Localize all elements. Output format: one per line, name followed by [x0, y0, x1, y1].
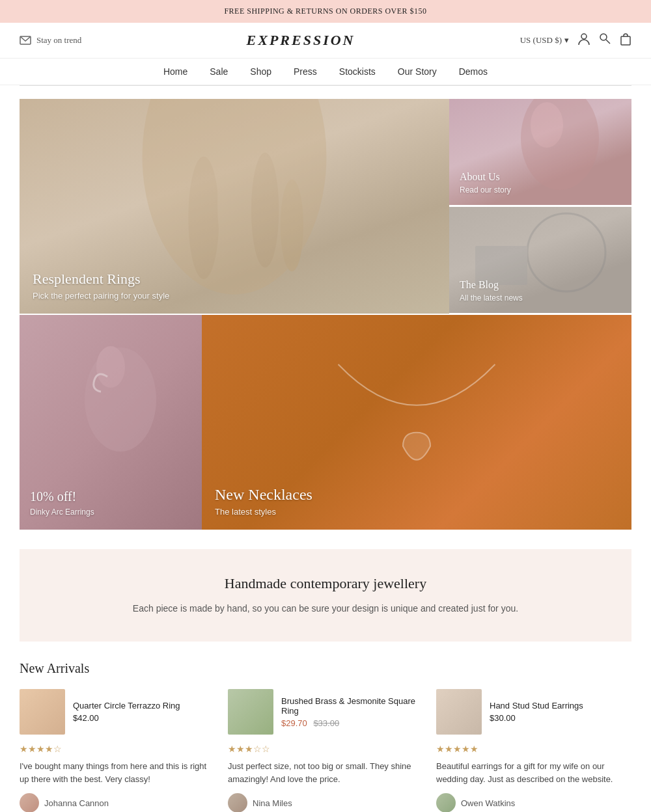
necklaces-title: New Necklaces [215, 486, 312, 504]
site-logo[interactable]: EXPRESSION [247, 32, 355, 49]
svg-point-11 [531, 102, 563, 148]
hero-main-banner[interactable]: Resplendent Rings Pick the perfect pairi… [20, 99, 449, 314]
banner-text: FREE SHIPPING & RETURNS ON ORDERS OVER $… [224, 7, 426, 16]
arrivals-grid: Quarter Circle Terrazzo Ring $42.00 ★★★★… [20, 689, 631, 812]
nav-demos[interactable]: Demos [459, 66, 488, 77]
review-text-3: Beautiful earrings for a gift for my wif… [436, 760, 631, 785]
sale-price-2: $29.70 [281, 718, 307, 728]
nav-sale[interactable]: Sale [210, 66, 228, 77]
stars-2: ★★★☆☆ [228, 744, 423, 755]
svg-point-9 [281, 180, 303, 271]
reviewer-name-1: Johanna Cannon [44, 798, 109, 808]
arrival-item-3: Hand Stud Stud Earrings $30.00 ★★★★★ Bea… [436, 689, 631, 812]
stars-3: ★★★★★ [436, 744, 631, 755]
stars-1: ★★★★☆ [20, 744, 215, 755]
header: Stay on trend EXPRESSION US (USD $) ▾ [0, 23, 651, 59]
arrival-item-2: Brushed Brass & Jesmonite Square Ring $2… [228, 689, 423, 812]
price-value-3: $30.00 [490, 713, 516, 723]
svg-point-12 [527, 213, 605, 291]
top-banner: FREE SHIPPING & RETURNS ON ORDERS OVER $… [0, 0, 651, 23]
product-price-3: $30.00 [490, 713, 583, 723]
svg-rect-4 [621, 36, 630, 45]
svg-point-6 [188, 156, 219, 279]
hero-about-text: About Us Read our story [460, 171, 511, 195]
hero-main-text: Resplendent Rings Pick the perfect pairi… [33, 271, 169, 301]
product-info-2: Brushed Brass & Jesmonite Square Ring $2… [281, 696, 423, 728]
product-name-3: Hand Stud Stud Earrings [490, 701, 583, 710]
user-icon[interactable] [578, 33, 590, 49]
svg-point-8 [251, 153, 279, 268]
svg-point-1 [581, 34, 587, 39]
currency-arrow-icon: ▾ [564, 35, 569, 46]
svg-point-2 [600, 34, 607, 40]
hero-blog-text: The Blog All the latest news [460, 279, 523, 303]
hero-blog-title: The Blog [460, 279, 523, 291]
hero-blog-banner[interactable]: The Blog All the latest news [449, 206, 631, 314]
reviewer-avatar-3 [436, 793, 456, 812]
svg-point-15 [96, 346, 125, 388]
nav-shop[interactable]: Shop [250, 66, 271, 77]
arrival-product-2[interactable]: Brushed Brass & Jesmonite Square Ring $2… [228, 689, 423, 735]
product-thumb-3 [436, 689, 482, 735]
reviewer-name-3: Owen Watkins [461, 798, 515, 808]
earrings-subtitle: Dinky Arc Earrings [30, 508, 94, 517]
necklaces-subtitle: The latest styles [215, 507, 312, 517]
arrival-product-3[interactable]: Hand Stud Stud Earrings $30.00 [436, 689, 631, 735]
nav-press[interactable]: Press [294, 66, 317, 77]
reviewer-avatar-2 [228, 793, 247, 812]
search-icon[interactable] [599, 33, 611, 49]
product-name-2: Brushed Brass & Jesmonite Square Ring [281, 696, 423, 716]
arrival-item-1: Quarter Circle Terrazzo Ring $42.00 ★★★★… [20, 689, 215, 812]
review-text-2: Just perfect size, not too big or small.… [228, 760, 423, 785]
header-icons [578, 33, 631, 49]
product-info-3: Hand Stud Stud Earrings $30.00 [490, 701, 583, 723]
main-nav: Home Sale Shop Press Stockists Our Story… [0, 59, 651, 85]
product-price-1: $42.00 [73, 713, 180, 723]
hero-blog-subtitle: All the latest news [460, 293, 523, 303]
product-info-1: Quarter Circle Terrazzo Ring $42.00 [73, 701, 180, 723]
original-price-2: $33.00 [313, 718, 339, 728]
earrings-banner[interactable]: 10% off! Dinky Arc Earrings [20, 315, 202, 530]
necklaces-banner[interactable]: New Necklaces The latest styles [202, 315, 631, 530]
hero-about-subtitle: Read our story [460, 185, 511, 195]
hero-grid: Resplendent Rings Pick the perfect pairi… [20, 99, 631, 314]
reviewer-2: Nina Miles [228, 793, 423, 812]
hero-about-us-banner[interactable]: About Us Read our story [449, 99, 631, 206]
nav-our-story[interactable]: Our Story [398, 66, 437, 77]
reviewer-avatar-1 [20, 793, 39, 812]
review-text-1: I've bought many things from here and th… [20, 760, 215, 785]
new-arrivals-section: New Arrivals Quarter Circle Terrazzo Rin… [20, 661, 631, 812]
price-value-1: $42.00 [73, 713, 99, 723]
nav-home[interactable]: Home [163, 66, 187, 77]
product-thumb-1 [20, 689, 65, 735]
nav-stockists[interactable]: Stockists [339, 66, 376, 77]
product-price-2: $29.70 $33.00 [281, 718, 423, 728]
handmade-section: Handmade contemporary jewellery Each pie… [20, 549, 631, 642]
currency-label: US (USD $) [520, 35, 562, 46]
earrings-discount-title: 10% off! [30, 489, 94, 504]
product-name-1: Quarter Circle Terrazzo Ring [73, 701, 180, 710]
hero-main-subtitle: Pick the perfect pairing for your style [33, 291, 169, 301]
currency-selector[interactable]: US (USD $) ▾ [520, 35, 569, 46]
stay-on-trend-text: Stay on trend [36, 35, 81, 46]
hero-about-title: About Us [460, 171, 511, 183]
hero-main-title: Resplendent Rings [33, 271, 169, 288]
necklaces-text: New Necklaces The latest styles [215, 486, 312, 517]
reviewer-1: Johanna Cannon [20, 793, 215, 812]
bag-icon[interactable] [620, 33, 631, 49]
handmade-title: Handmade contemporary jewellery [33, 575, 618, 592]
handmade-description: Each piece is made by hand, so you can b… [33, 601, 618, 616]
reviewer-3: Owen Watkins [436, 793, 631, 812]
arrival-product-1[interactable]: Quarter Circle Terrazzo Ring $42.00 [20, 689, 215, 735]
product-thumb-2 [228, 689, 273, 735]
earrings-text: 10% off! Dinky Arc Earrings [30, 489, 94, 517]
svg-point-7 [217, 133, 251, 271]
mail-icon [20, 36, 31, 45]
new-arrivals-title: New Arrivals [20, 661, 631, 676]
svg-line-3 [606, 40, 610, 44]
second-row-banners: 10% off! Dinky Arc Earrings New Necklace… [20, 315, 631, 530]
header-left: Stay on trend [20, 35, 81, 46]
header-right: US (USD $) ▾ [520, 33, 631, 49]
reviewer-name-2: Nina Miles [253, 798, 292, 808]
